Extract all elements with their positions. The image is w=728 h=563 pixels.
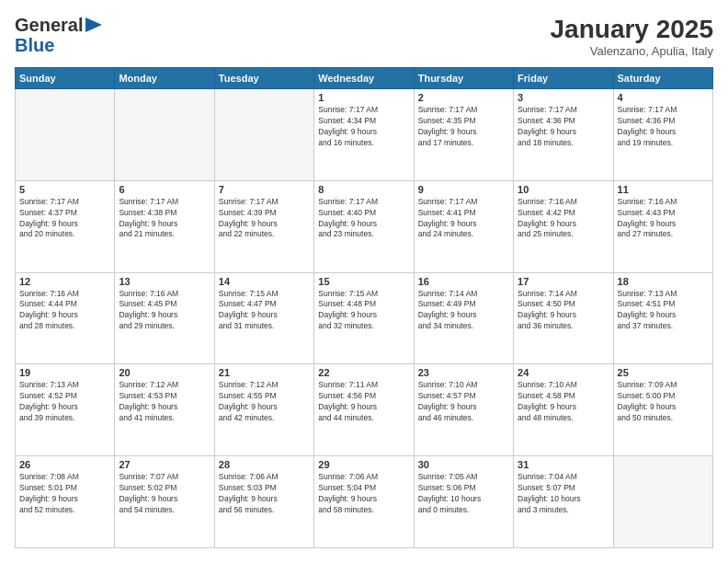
sunset-info: Sunset: 4:53 PM <box>119 391 176 400</box>
sunset-info: Sunset: 4:52 PM <box>19 391 77 400</box>
sunrise-info: Sunrise: 7:17 AM <box>318 197 378 206</box>
sunset-info: Sunset: 5:03 PM <box>219 483 277 492</box>
sunrise-info: Sunrise: 7:10 AM <box>518 380 577 389</box>
calendar-cell-w5-d1: 26Sunrise: 7:08 AMSunset: 5:01 PMDayligh… <box>16 456 115 548</box>
col-tuesday: Tuesday <box>214 68 313 89</box>
calendar-cell-w3-d4: 15Sunrise: 7:15 AMSunset: 4:48 PMDayligh… <box>314 272 414 364</box>
sunrise-info: Sunrise: 7:08 AM <box>19 472 79 481</box>
day-info: Sunrise: 7:17 AMSunset: 4:36 PMDaylight:… <box>518 105 609 149</box>
day-info: Sunrise: 7:16 AMSunset: 4:44 PMDaylight:… <box>19 289 110 333</box>
daylight-hours: Daylight: 9 hours <box>119 310 177 319</box>
day-number: 13 <box>119 276 210 287</box>
day-number: 1 <box>318 92 409 103</box>
day-info: Sunrise: 7:17 AMSunset: 4:38 PMDaylight:… <box>119 197 210 241</box>
sunset-info: Sunset: 4:56 PM <box>318 391 376 400</box>
daylight-hours: Daylight: 9 hours <box>518 127 576 136</box>
day-info: Sunrise: 7:15 AMSunset: 4:48 PMDaylight:… <box>318 289 409 333</box>
daylight-hours: Daylight: 9 hours <box>618 310 677 319</box>
daylight-hours: Daylight: 9 hours <box>19 402 78 411</box>
sunset-info: Sunset: 4:34 PM <box>318 116 376 125</box>
day-info: Sunrise: 7:17 AMSunset: 4:40 PMDaylight:… <box>318 197 409 241</box>
day-number: 12 <box>19 276 110 287</box>
col-friday: Friday <box>514 68 613 89</box>
daylight-hours: Daylight: 9 hours <box>219 219 278 228</box>
sunrise-info: Sunrise: 7:17 AM <box>418 197 478 206</box>
day-number: 9 <box>418 184 509 195</box>
sunset-info: Sunset: 5:02 PM <box>119 483 176 492</box>
day-info: Sunrise: 7:04 AMSunset: 5:07 PMDaylight:… <box>518 472 609 516</box>
day-number: 7 <box>219 184 310 195</box>
minutes-info: and 39 minutes. <box>19 413 74 422</box>
daylight-hours: Daylight: 9 hours <box>19 219 78 228</box>
calendar-cell-w2-d7: 11Sunrise: 7:16 AMSunset: 4:43 PMDayligh… <box>613 180 712 272</box>
sunset-info: Sunset: 4:48 PM <box>318 299 376 308</box>
calendar-cell-w5-d5: 30Sunrise: 7:05 AMSunset: 5:06 PMDayligh… <box>414 456 513 548</box>
minutes-info: and 25 minutes. <box>518 229 573 238</box>
sunset-info: Sunset: 4:57 PM <box>418 391 476 400</box>
sunrise-info: Sunrise: 7:17 AM <box>518 105 577 114</box>
calendar-cell-w3-d7: 18Sunrise: 7:13 AMSunset: 4:51 PMDayligh… <box>613 272 712 364</box>
day-number: 10 <box>518 184 609 195</box>
sunrise-info: Sunrise: 7:17 AM <box>618 105 677 114</box>
header: General Blue January 2025 Valenzano, Apu… <box>15 15 713 58</box>
sunset-info: Sunset: 4:44 PM <box>19 299 77 308</box>
daylight-hours: Daylight: 9 hours <box>318 494 377 503</box>
calendar-table: Sunday Monday Tuesday Wednesday Thursday… <box>15 67 713 548</box>
daylight-hours: Daylight: 9 hours <box>518 402 576 411</box>
minutes-info: and 54 minutes. <box>119 505 174 514</box>
day-info: Sunrise: 7:12 AMSunset: 4:53 PMDaylight:… <box>119 380 210 424</box>
calendar-cell-w5-d6: 31Sunrise: 7:04 AMSunset: 5:07 PMDayligh… <box>514 456 613 548</box>
sunrise-info: Sunrise: 7:12 AM <box>119 380 178 389</box>
day-number: 28 <box>219 459 310 470</box>
calendar-cell-w2-d4: 8Sunrise: 7:17 AMSunset: 4:40 PMDaylight… <box>314 180 414 272</box>
day-info: Sunrise: 7:17 AMSunset: 4:36 PMDaylight:… <box>618 105 709 149</box>
sunrise-info: Sunrise: 7:15 AM <box>219 289 279 298</box>
sunset-info: Sunset: 4:38 PM <box>119 208 176 217</box>
sunrise-info: Sunrise: 7:16 AM <box>119 289 178 298</box>
day-number: 8 <box>318 184 409 195</box>
sunrise-info: Sunrise: 7:06 AM <box>219 472 279 481</box>
calendar-cell-w3-d2: 13Sunrise: 7:16 AMSunset: 4:45 PMDayligh… <box>115 272 214 364</box>
sunrise-info: Sunrise: 7:17 AM <box>418 105 478 114</box>
sunset-info: Sunset: 4:37 PM <box>19 208 77 217</box>
location-subtitle: Valenzano, Apulia, Italy <box>551 44 713 58</box>
minutes-info: and 3 minutes. <box>518 505 569 514</box>
sunset-info: Sunset: 5:06 PM <box>418 483 476 492</box>
minutes-info: and 44 minutes. <box>318 413 373 422</box>
minutes-info: and 46 minutes. <box>418 413 473 422</box>
daylight-hours: Daylight: 9 hours <box>418 402 477 411</box>
day-info: Sunrise: 7:17 AMSunset: 4:34 PMDaylight:… <box>318 105 409 149</box>
calendar-cell-w3-d3: 14Sunrise: 7:15 AMSunset: 4:47 PMDayligh… <box>214 272 313 364</box>
sunrise-info: Sunrise: 7:15 AM <box>318 289 378 298</box>
calendar-cell-w1-d3 <box>214 89 313 181</box>
daylight-hours: Daylight: 9 hours <box>19 310 78 319</box>
day-number: 23 <box>418 367 509 378</box>
daylight-hours: Daylight: 9 hours <box>219 310 278 319</box>
sunrise-info: Sunrise: 7:16 AM <box>19 289 79 298</box>
daylight-hours: Daylight: 9 hours <box>418 310 477 319</box>
day-info: Sunrise: 7:11 AMSunset: 4:56 PMDaylight:… <box>318 380 409 424</box>
sunset-info: Sunset: 5:01 PM <box>19 483 77 492</box>
day-info: Sunrise: 7:17 AMSunset: 4:35 PMDaylight:… <box>418 105 509 149</box>
calendar-cell-w2-d2: 6Sunrise: 7:17 AMSunset: 4:38 PMDaylight… <box>115 180 214 272</box>
day-info: Sunrise: 7:14 AMSunset: 4:49 PMDaylight:… <box>418 289 509 333</box>
sunset-info: Sunset: 4:36 PM <box>618 116 676 125</box>
sunset-info: Sunset: 4:58 PM <box>518 391 575 400</box>
minutes-info: and 41 minutes. <box>119 413 174 422</box>
minutes-info: and 37 minutes. <box>618 321 673 330</box>
minutes-info: and 28 minutes. <box>19 321 74 330</box>
day-info: Sunrise: 7:10 AMSunset: 4:57 PMDaylight:… <box>418 380 509 424</box>
calendar-cell-w3-d5: 16Sunrise: 7:14 AMSunset: 4:49 PMDayligh… <box>414 272 513 364</box>
sunrise-info: Sunrise: 7:14 AM <box>518 289 577 298</box>
calendar-week-4: 19Sunrise: 7:13 AMSunset: 4:52 PMDayligh… <box>16 364 713 456</box>
day-info: Sunrise: 7:12 AMSunset: 4:55 PMDaylight:… <box>219 380 310 424</box>
minutes-info: and 56 minutes. <box>219 505 274 514</box>
day-info: Sunrise: 7:14 AMSunset: 4:50 PMDaylight:… <box>518 289 609 333</box>
minutes-info: and 48 minutes. <box>518 413 573 422</box>
day-info: Sunrise: 7:16 AMSunset: 4:43 PMDaylight:… <box>618 197 709 241</box>
calendar-cell-w2-d1: 5Sunrise: 7:17 AMSunset: 4:37 PMDaylight… <box>16 180 115 272</box>
daylight-hours: Daylight: 9 hours <box>318 310 377 319</box>
calendar-cell-w1-d1 <box>16 89 115 181</box>
minutes-info: and 32 minutes. <box>318 321 373 330</box>
minutes-info: and 18 minutes. <box>518 138 573 147</box>
